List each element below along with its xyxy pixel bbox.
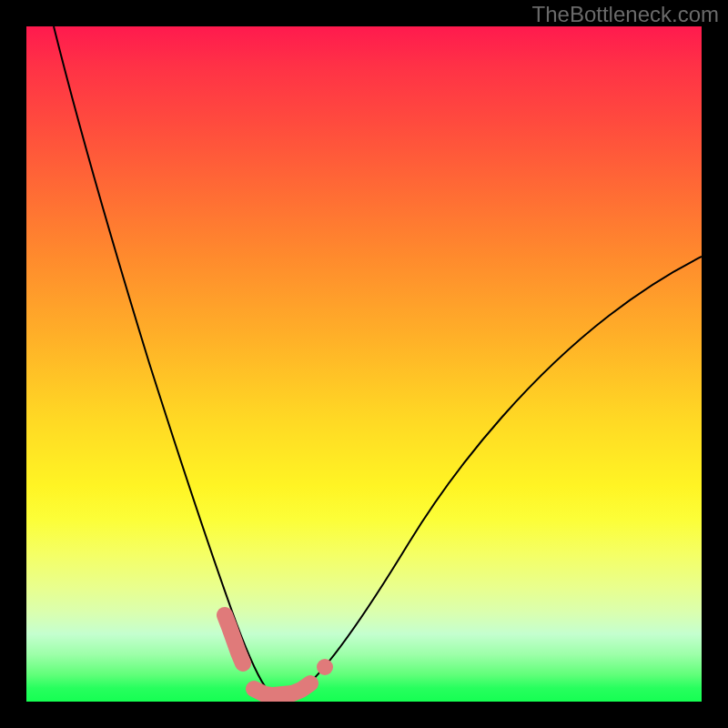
watermark-text: TheBottleneck.com (532, 2, 719, 27)
marker-right-dot (317, 659, 333, 675)
plot-area (26, 26, 702, 702)
bottleneck-curve (54, 26, 702, 697)
marker-cluster (225, 615, 333, 696)
chart-frame: TheBottleneck.com (0, 0, 728, 728)
marker-left-arm (225, 615, 243, 663)
marker-bottom (254, 683, 310, 696)
bottleneck-curve-svg (26, 26, 702, 702)
